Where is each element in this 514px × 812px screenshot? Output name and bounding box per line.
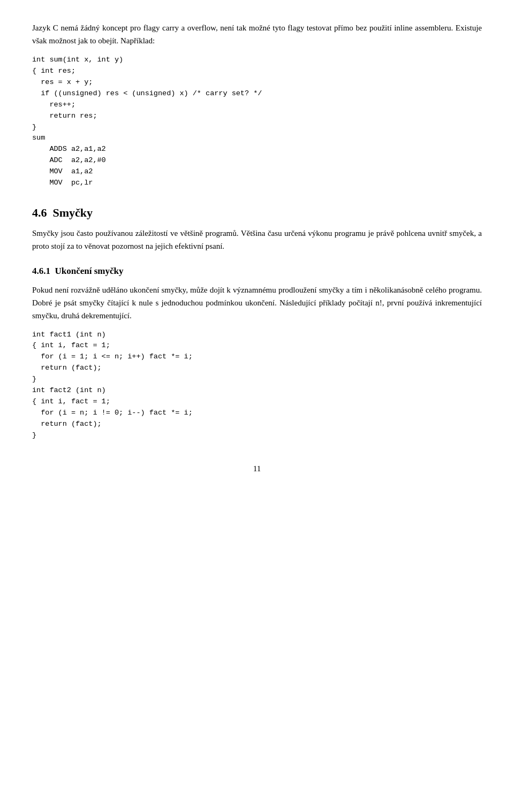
subsection-4-6-1-heading: 4.6.1 Ukončení smyčky — [32, 264, 482, 278]
subsection-4-6-1-title: Ukončení smyčky — [55, 266, 124, 276]
code-block-1: int sum(int x, int y) { int res; res = x… — [32, 55, 482, 189]
subsection-4-6-1-text-1: Pokud není rozvážně uděláno ukončení smy… — [32, 284, 482, 322]
section-4-6-label: 4.6 — [32, 206, 47, 219]
section-4-6-text-1: Smyčky jsou často používanou záležitostí… — [32, 227, 482, 252]
page-number: 11 — [32, 463, 482, 475]
code-block-2: int fact1 (int n) { int i, fact = 1; for… — [32, 330, 482, 441]
section-4-6-title: Smyčky — [53, 206, 93, 219]
page-content: Jazyk C nemá žádný koncept pro flagy car… — [32, 21, 482, 474]
section-4-6-heading: 4.6 Smyčky — [32, 204, 482, 221]
intro-paragraph: Jazyk C nemá žádný koncept pro flagy car… — [32, 21, 482, 47]
subsection-4-6-1-label: 4.6.1 — [32, 266, 50, 276]
